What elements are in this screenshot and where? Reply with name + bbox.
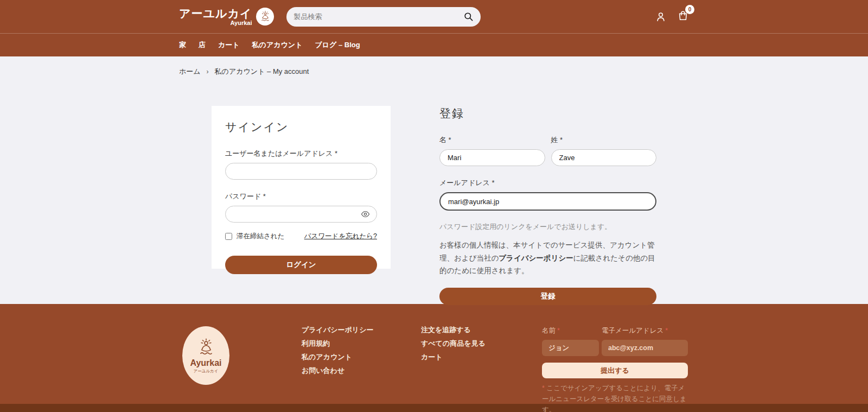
newsletter-name-input[interactable] xyxy=(542,340,599,356)
password-label: パスワード * xyxy=(225,192,377,201)
first-name-label: 名 * xyxy=(439,135,545,145)
meditation-icon xyxy=(259,10,272,23)
username-input[interactable] xyxy=(225,163,377,180)
username-label: ユーザー名またはメールアドレス * xyxy=(225,149,377,159)
footer-logo-title: Ayurkai xyxy=(190,359,221,367)
footer-links-col1: プライバシーポリシー 利用規約 私のアカウント お問い合わせ xyxy=(302,326,421,412)
footer-logo-subtitle: アーユルカイ xyxy=(194,369,219,374)
register-button[interactable]: 登録 xyxy=(439,288,656,305)
logo-text: アーユルカイ Ayurkai xyxy=(179,8,252,26)
cart-button[interactable]: 0 xyxy=(677,10,689,24)
footer-link-all-products[interactable]: すべての商品を見る xyxy=(421,340,542,347)
email-input[interactable] xyxy=(439,192,656,211)
nav-item-shop[interactable]: 店 xyxy=(199,40,206,50)
account-icon[interactable] xyxy=(655,11,667,23)
newsletter-name-label: 名前* xyxy=(542,326,602,335)
cart-count-badge: 0 xyxy=(685,5,694,14)
footer-link-privacy-policy[interactable]: プライバシーポリシー xyxy=(302,326,421,333)
disclaimer-text: ここでサインアップすることにより、電子メールニュースレターを受け取ることに同意し… xyxy=(542,384,687,412)
required-asterisk: * xyxy=(557,327,560,334)
footer-link-my-account[interactable]: 私のアカウント xyxy=(302,353,421,360)
logo-subtitle: Ayurkai xyxy=(179,20,252,26)
site-logo[interactable]: アーユルカイ Ayurkai xyxy=(179,8,274,26)
footer-link-contact[interactable]: お問い合わせ xyxy=(302,367,421,374)
nav-item-home[interactable]: 家 xyxy=(179,40,186,50)
search-icon[interactable] xyxy=(463,11,474,22)
newsletter-email-input[interactable] xyxy=(602,340,688,356)
register-title: 登録 xyxy=(439,106,656,121)
login-button[interactable]: ログイン xyxy=(225,256,377,274)
last-name-label: 姓 * xyxy=(551,135,657,145)
breadcrumb-home-link[interactable]: ホーム xyxy=(179,67,201,77)
nav-item-cart[interactable]: カート xyxy=(218,40,240,50)
site-header: アーユルカイ Ayurkai 0 xyxy=(0,0,868,33)
nav-item-blog[interactable]: ブログ – Blog xyxy=(315,40,360,50)
password-hint: パスワード設定用のリンクをメールでお送りします。 xyxy=(439,222,656,232)
required-asterisk: * xyxy=(665,327,668,334)
logo-mark xyxy=(256,8,274,26)
newsletter-disclaimer: * ここでサインアップすることにより、電子メールニュースレターを受け取ることに同… xyxy=(542,383,688,412)
privacy-notice: お客様の個人情報は、本サイトでのサービス提供、アカウント管理、および当社のプライ… xyxy=(439,239,656,277)
disclaimer-asterisk: * xyxy=(542,384,545,392)
register-section: 登録 名 * 姓 * メールアドレス * パスワード設定用のリンクをメールでお送… xyxy=(439,106,656,305)
breadcrumb: ホーム › 私のアカウント – My account xyxy=(179,56,689,77)
remember-me-label: 滞在締結された xyxy=(237,232,284,241)
password-input[interactable] xyxy=(225,206,377,223)
breadcrumb-separator-icon: › xyxy=(207,68,209,75)
site-footer: Ayurkai アーユルカイ プライバシーポリシー 利用規約 私のアカウント お… xyxy=(0,304,868,404)
remember-me-checkbox[interactable] xyxy=(225,233,232,240)
footer-logo: Ayurkai アーユルカイ xyxy=(182,326,229,385)
show-password-icon[interactable] xyxy=(361,210,370,219)
signin-card: サインイン ユーザー名またはメールアドレス * パスワード * xyxy=(212,106,391,269)
footer-link-track-order[interactable]: 注文を追跡する xyxy=(421,326,542,333)
nav-item-my-account[interactable]: 私のアカウント xyxy=(252,40,303,50)
main-nav: 家 店 カート 私のアカウント ブログ – Blog xyxy=(0,33,868,56)
footer-links-col2: 注文を追跡する すべての商品を見る カート xyxy=(421,326,542,412)
last-name-input[interactable] xyxy=(551,149,657,166)
footer-link-cart[interactable]: カート xyxy=(421,353,542,360)
newsletter-submit-button[interactable]: 提出する xyxy=(542,363,688,378)
logo-title: アーユルカイ xyxy=(179,8,252,19)
newsletter-form: 名前* 電子メールアドレス* 提出する * ここでサインアップすることにより、電… xyxy=(542,326,688,412)
privacy-policy-link[interactable]: プライバシーポリシー xyxy=(499,254,573,262)
forgot-password-link[interactable]: パスワードを忘れたら? xyxy=(304,232,377,241)
breadcrumb-current: 私のアカウント – My account xyxy=(215,67,309,77)
signin-title: サインイン xyxy=(225,119,377,135)
search-bar xyxy=(286,7,481,27)
email-label: メールアドレス * xyxy=(439,178,656,188)
first-name-input[interactable] xyxy=(439,149,545,166)
newsletter-email-label: 電子メールアドレス* xyxy=(602,326,668,335)
footer-link-terms[interactable]: 利用規約 xyxy=(302,340,421,347)
main-content: ホーム › 私のアカウント – My account サインイン ユーザー名また… xyxy=(0,56,868,304)
remember-me[interactable]: 滞在締結された xyxy=(225,232,284,241)
meditation-icon xyxy=(196,338,216,358)
search-input[interactable] xyxy=(293,12,463,21)
